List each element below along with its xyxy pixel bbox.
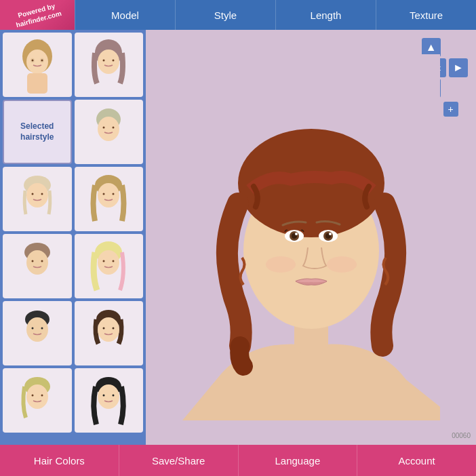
svg-point-18 [41,193,43,195]
hairstyle-thumb-3[interactable] [75,100,144,164]
save-share-button[interactable]: Save/Share [119,445,239,476]
svg-point-46 [113,395,115,397]
hairstyle-selected[interactable]: Selectedhairstyle [3,100,72,164]
svg-point-16 [26,183,48,207]
tab-length[interactable]: Length [275,0,376,30]
hairstyle-thumb-7[interactable] [75,234,144,298]
hairstyle-thumb-6[interactable] [3,234,72,298]
svg-point-28 [98,250,119,275]
svg-point-36 [98,317,119,342]
language-button[interactable]: Language [239,445,358,476]
svg-point-29 [103,260,105,262]
svg-point-44 [98,384,119,409]
svg-point-41 [31,395,33,397]
svg-point-22 [113,193,115,195]
hairstyle-thumb-1[interactable] [3,33,72,97]
hairstyle-thumb-9[interactable] [75,301,144,365]
svg-point-59 [329,233,332,235]
top-navigation: Powered byhairfinder.com Model Style Len… [0,0,476,30]
hairstyle-panel: Selectedhairstyle [0,30,146,445]
svg-point-10 [113,60,115,62]
hair-colors-button[interactable]: Hair Colors [0,445,119,476]
svg-point-13 [103,127,105,129]
svg-point-34 [41,328,43,330]
svg-point-40 [26,384,48,409]
svg-point-4 [31,60,33,62]
svg-point-24 [26,250,48,275]
svg-point-58 [295,233,298,235]
svg-point-61 [327,256,357,273]
svg-point-12 [98,117,119,141]
hairstyle-thumb-4[interactable] [3,167,72,231]
model-preview: ▲ ◄ Reset ► ▼ − + [146,30,476,445]
hairstyle-thumb-5[interactable] [75,167,144,231]
svg-point-30 [113,260,115,262]
tab-model[interactable]: Model [75,0,175,30]
svg-point-32 [26,317,48,342]
selected-label: Selectedhairstyle [20,121,54,144]
hairstyle-thumb-8[interactable] [3,301,72,365]
photo-id: 00060 [452,432,471,439]
svg-point-20 [98,183,119,207]
main-content: Selectedhairstyle [0,30,476,445]
svg-point-33 [31,328,33,330]
svg-point-45 [103,395,105,397]
hairstyle-thumb-2[interactable] [75,33,144,97]
app-logo: Powered byhairfinder.com [0,0,75,30]
svg-point-8 [98,49,119,74]
model-image [146,30,476,445]
svg-point-5 [41,60,43,62]
svg-point-60 [266,256,296,273]
hairstyle-thumb-10[interactable] [3,368,72,433]
svg-point-17 [31,193,33,195]
logo-text: Powered byhairfinder.com [12,1,62,30]
account-button[interactable]: Account [357,445,476,476]
hairstyle-thumb-11[interactable] [75,368,144,433]
svg-point-9 [103,60,105,62]
svg-point-1 [26,49,48,74]
svg-point-25 [31,260,33,262]
tab-style[interactable]: Style [175,0,275,30]
svg-rect-6 [27,73,47,94]
nav-tabs: Model Style Length Texture [75,0,476,30]
svg-point-21 [103,193,105,195]
svg-point-26 [41,260,43,262]
bottom-navigation: Hair Colors Save/Share Language Account [0,445,476,476]
svg-point-37 [103,328,105,330]
tab-texture[interactable]: Texture [376,0,476,30]
svg-point-14 [113,127,115,129]
svg-point-38 [113,328,115,330]
svg-point-42 [41,395,43,397]
